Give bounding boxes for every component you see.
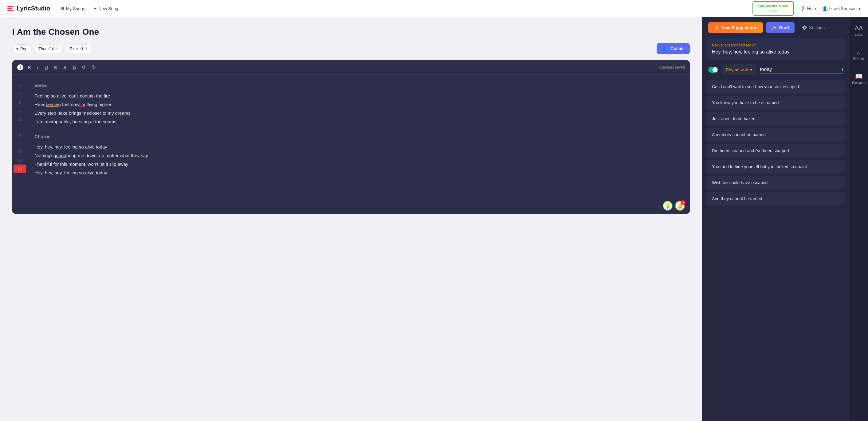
genre-tag[interactable]: ▾ Pop: [12, 44, 31, 53]
strikethrough-button[interactable]: S: [52, 64, 59, 71]
remove-excited-tag[interactable]: ✕: [85, 47, 88, 51]
lyric-line-5: Hey, hey, hey, feeling so alive today: [34, 142, 682, 151]
lyrics-icon: AA: [855, 25, 863, 32]
side-icon-panel: AA Lyrics ♫ Rhymes 📖 Thesaurus: [849, 17, 868, 421]
print-button[interactable]: ⎙: [71, 64, 78, 71]
settings-tab[interactable]: ⚙️ Settings: [798, 22, 829, 33]
suggestion-item-4[interactable]: I've been scraped and i've been scraped: [707, 144, 845, 158]
rhyme-with-select[interactable]: Rhyme with ▾: [722, 64, 756, 75]
line-num-9: 9: [12, 98, 27, 107]
suggestion-item-3[interactable]: A memory cannot be named: [707, 128, 845, 141]
editor-box: i B I U S A ⎙ ↺ ↻ Changes saved 1 10 9 1…: [12, 60, 690, 214]
suggestion-item-2[interactable]: Just about to be baked: [707, 112, 845, 125]
menu-icon: ≡: [61, 6, 64, 11]
excited-tag: Excited ✕: [66, 44, 92, 53]
color-button[interactable]: A: [61, 64, 68, 71]
next-suggestions-label: Next suggestions based on: [712, 43, 840, 47]
rhyme-info-icon[interactable]: ℹ: [842, 67, 843, 73]
alert-icon[interactable]: 🔔 3: [675, 201, 685, 210]
chevron-down-icon: ▾: [750, 67, 752, 72]
rhyme-input-wrapper: ℹ: [760, 65, 843, 74]
app-name: LyricStudio: [17, 5, 50, 12]
new-song-label: New Song: [98, 6, 118, 11]
info-icon[interactable]: i: [17, 64, 23, 71]
suggestion-icon[interactable]: 💡: [663, 201, 673, 210]
line-num-10a: 10: [12, 89, 27, 98]
thankful-tag: Thankful ✕: [34, 44, 63, 53]
subscribe-button[interactable]: Subscribe Now! From: [752, 1, 794, 16]
rhyme-toggle[interactable]: ✓: [708, 67, 718, 73]
editor-footer: 💡 🔔 3: [12, 198, 690, 214]
line-numbers: 1 10 9 12 11 2 10 13 12 10: [12, 75, 27, 198]
verse-header: Verse: [34, 81, 682, 89]
lyric-line-3: Every step I take , brings me closer to …: [34, 109, 682, 117]
rhyme-control: ✓ Rhyme with ▾ ℹ: [707, 64, 845, 75]
new-suggestions-tab[interactable]: ⚡ New Suggestions: [708, 22, 763, 33]
lyrics-text-area[interactable]: Verse Feeling so alive, can't contain th…: [27, 75, 690, 198]
panel-tabs: ⚡ New Suggestions ✨ Draft ⚙️ Settings: [702, 17, 849, 38]
collab-icon: 👥: [663, 46, 668, 51]
main-nav: ≡ My Songs + New Song: [60, 3, 120, 14]
help-button[interactable]: ❓ Help: [800, 6, 816, 11]
chevron-down-icon: ▾: [16, 47, 19, 51]
editor-area: I Am the Chosen One ▾ Pop Thankful ✕ Exc…: [0, 17, 702, 421]
next-suggestions-text: Hey, hey, hey, feeling so alive today: [712, 49, 840, 55]
lyric-line-7: Thankful for this moment, won't let it s…: [34, 160, 682, 168]
tags-row: ▾ Pop Thankful ✕ Excited ✕ 👥 Collab: [12, 43, 690, 54]
line-num-2: 2: [12, 130, 27, 139]
rhymes-side-icon[interactable]: ♫ Rhymes: [851, 46, 867, 63]
logo-area: LyricStudio: [7, 5, 50, 12]
next-suggestions-box: Next suggestions based on Hey, hey, hey,…: [707, 38, 845, 60]
bold-button[interactable]: B: [26, 64, 33, 71]
gear-icon: ⚙️: [802, 25, 807, 30]
lyric-line-6: Nothing's gonna bring me down, no matter…: [34, 151, 682, 160]
bolt-icon: ⚡: [714, 25, 719, 30]
my-songs-nav[interactable]: ≡ My Songs: [60, 3, 86, 14]
chorus-header: Chorus: [34, 132, 682, 141]
suggestion-item-7[interactable]: And they cannot be tamed: [707, 192, 845, 205]
app-header: LyricStudio ≡ My Songs + New Song Subscr…: [0, 0, 868, 17]
suggestions-area: Next suggestions based on Hey, hey, hey,…: [702, 38, 849, 421]
thesaurus-icon: 📖: [855, 73, 863, 80]
lyrics-content: 1 10 9 12 11 2 10 13 12 10 Verse Feeling…: [12, 75, 690, 198]
rhymes-icon: ♫: [857, 49, 861, 56]
header-right: Subscribe Now! From ❓ Help 👤 Izrael Sams…: [752, 1, 861, 16]
lyrics-side-icon[interactable]: AA Lyrics: [852, 22, 866, 39]
new-song-nav[interactable]: + New Song: [92, 3, 120, 14]
question-icon: ❓: [800, 6, 805, 11]
italic-button[interactable]: I: [35, 64, 40, 71]
changes-saved-status: Changes saved: [659, 65, 685, 69]
lyric-line-8: Hey, hey, hey, feeling so alive today: [34, 168, 682, 177]
line-num-12b: 12: [12, 156, 27, 165]
song-title: I Am the Chosen One: [12, 27, 690, 37]
redo-button[interactable]: ↻: [90, 63, 98, 71]
remove-thankful-tag[interactable]: ✕: [56, 47, 59, 51]
alert-badge: 3: [681, 200, 685, 205]
editor-toolbar: i B I U S A ⎙ ↺ ↻ Changes saved: [12, 60, 690, 75]
chevron-down-icon: ▾: [859, 6, 861, 11]
my-songs-label: My Songs: [66, 6, 85, 11]
collab-button[interactable]: 👥 Collab: [657, 43, 690, 54]
main-layout: I Am the Chosen One ▾ Pop Thankful ✕ Exc…: [0, 17, 868, 421]
suggestion-item-1[interactable]: You know you have to be ashamed: [707, 96, 845, 110]
right-side: ⚡ New Suggestions ✨ Draft ⚙️ Settings Ne…: [702, 17, 868, 421]
thesaurus-side-icon[interactable]: 📖 Thesaurus: [849, 70, 868, 87]
underline-button[interactable]: U: [43, 64, 50, 71]
plus-icon: +: [94, 6, 96, 11]
undo-button[interactable]: ↺: [80, 63, 88, 71]
logo-icon: [7, 6, 13, 11]
user-menu[interactable]: 👤 Izrael Samson ▾: [822, 6, 861, 11]
line-num-12a: 12: [12, 107, 27, 115]
lyric-line-4: I am unstoppable, bursting at the seams: [34, 117, 682, 126]
suggestion-item-6[interactable]: Wish we could have escaped: [707, 176, 845, 190]
draft-tab[interactable]: ✨ Draft: [766, 22, 795, 33]
suggestion-item-5[interactable]: You tried to hide yourself but you looke…: [707, 160, 845, 173]
line-num-13: 13: [12, 147, 27, 156]
line-num-10b: 10: [12, 139, 27, 147]
user-icon: 👤: [822, 6, 828, 11]
rhyme-input[interactable]: [760, 65, 839, 74]
suggestion-item-0[interactable]: Cos I can't wait to see how your soul es…: [707, 80, 845, 93]
line-num-11: 11: [12, 115, 27, 124]
wand-icon: ✨: [772, 25, 777, 30]
suggestions-panel: ⚡ New Suggestions ✨ Draft ⚙️ Settings Ne…: [702, 17, 849, 421]
